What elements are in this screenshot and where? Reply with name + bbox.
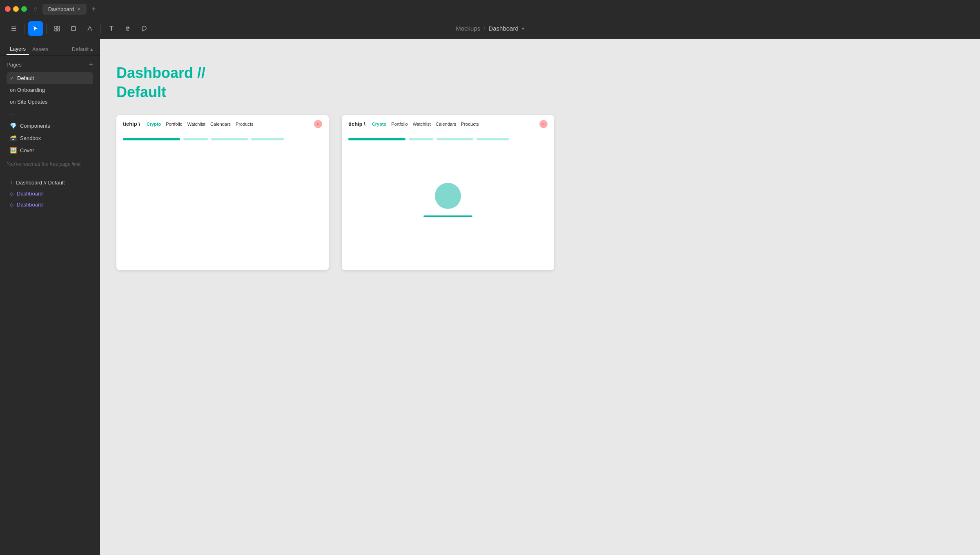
svg-rect-5 <box>55 29 57 31</box>
layer-item-frame2[interactable]: ◇ Dashboard <box>7 199 93 210</box>
separator <box>24 24 25 33</box>
nav-products-1: Products <box>236 122 253 127</box>
frame-nav-2: tichip \ Crypto Portfolio Watchlist Cale… <box>342 115 554 133</box>
layer-label: Dashboard <box>17 202 43 208</box>
window-controls <box>5 6 27 12</box>
page-item-components[interactable]: 💎 Components <box>7 120 93 132</box>
frame-layer-icon: ◇ <box>10 191 13 197</box>
page-label: Components <box>20 123 50 129</box>
frame-tool-button[interactable] <box>50 21 65 36</box>
app-menu-button[interactable] <box>7 21 21 36</box>
separator2 <box>46 24 47 33</box>
svg-rect-3 <box>55 26 57 28</box>
hand-tool-button[interactable] <box>120 21 135 36</box>
frame-card-2[interactable]: tichip \ Crypto Portfolio Watchlist Cale… <box>342 115 554 270</box>
active-tab[interactable]: Dashboard ✕ <box>42 4 87 15</box>
add-tab-button[interactable]: + <box>91 5 96 13</box>
add-page-button[interactable]: + <box>89 60 93 69</box>
svg-point-8 <box>142 26 146 30</box>
page-item-site-updates[interactable]: on Site Updates <box>7 96 93 108</box>
nav-products-2: Products <box>461 122 479 127</box>
frame-avatar-1: C <box>314 120 322 128</box>
nav-portfolio-1: Portfolio <box>166 122 182 127</box>
page-item-default[interactable]: ✓ Default <box>7 72 93 84</box>
select-tool-button[interactable] <box>28 21 43 36</box>
page-label: Sandbox <box>20 135 41 141</box>
text-layer-icon: T <box>10 180 13 186</box>
component-icon: 💎 <box>10 122 17 129</box>
page-item-sandbox[interactable]: 🗃️ Sandbox <box>7 132 93 144</box>
shape-tool-button[interactable] <box>66 21 81 36</box>
default-dropdown[interactable]: Default ▴ <box>72 46 93 52</box>
tool-group: T <box>7 21 151 36</box>
frame-card-1[interactable]: tichip \ Crypto Portfolio Watchlist Cale… <box>116 115 329 270</box>
cover-icon: 🖼️ <box>10 147 17 153</box>
bar-1 <box>123 138 180 140</box>
frame-logo-2: tichip \ <box>348 121 365 127</box>
bar-6 <box>409 138 433 140</box>
pages-label: Pages <box>7 62 22 68</box>
sandbox-icon: 🗃️ <box>10 135 17 141</box>
home-icon[interactable]: ⌂ <box>33 5 38 13</box>
maximize-dot[interactable] <box>21 6 27 12</box>
page-label: on Onboarding <box>10 87 45 93</box>
bar-7 <box>437 138 473 140</box>
frame-logo-1: tichip \ <box>123 121 140 127</box>
text-tool-button[interactable]: T <box>104 21 119 36</box>
nav-watchlist-2: Watchlist <box>413 122 431 127</box>
frame-line <box>423 215 472 217</box>
frame-nav-items-1: Crypto Portfolio Watchlist Calendars Pro… <box>147 122 254 127</box>
bar-4 <box>251 138 284 140</box>
main-layout: Layers Assets Default ▴ Pages + ✓ Defaul… <box>0 39 980 555</box>
frame-bars-1 <box>123 138 322 140</box>
frame-body-1 <box>116 150 329 264</box>
toolbar: T Mockups / Dashboard ▾ <box>0 18 980 39</box>
nav-crypto-1: Crypto <box>147 122 161 127</box>
nav-portfolio-2: Portfolio <box>391 122 408 127</box>
close-dot[interactable] <box>5 6 11 12</box>
frame-nav-items-2: Crypto Portfolio Watchlist Calendars Pro… <box>372 122 479 127</box>
sidebar: Layers Assets Default ▴ Pages + ✓ Defaul… <box>0 39 100 555</box>
page-label: Cover <box>20 147 34 153</box>
breadcrumb-separator: / <box>483 25 485 32</box>
page-label: Default <box>17 75 34 81</box>
page-item-cover[interactable]: 🖼️ Cover <box>7 144 93 156</box>
page-item-onboarding[interactable]: on Onboarding <box>7 84 93 96</box>
comment-tool-button[interactable] <box>137 21 151 36</box>
titlebar: ⌂ Dashboard ✕ + <box>0 0 980 18</box>
bar-5 <box>348 138 405 140</box>
frame-nav-1: tichip \ Crypto Portfolio Watchlist Cale… <box>116 115 329 133</box>
separator3 <box>100 24 101 33</box>
chevron-up-icon: ▴ <box>90 46 93 52</box>
page-label: on Site Updates <box>10 99 48 105</box>
check-icon: ✓ <box>10 75 14 81</box>
frame-avatar-2: C <box>539 120 548 128</box>
canvas[interactable]: Dashboard // Default tichip \ Crypto Por… <box>100 39 980 555</box>
pages-section: Pages + ✓ Default on Onboarding on Site … <box>0 56 100 158</box>
svg-rect-6 <box>58 29 60 31</box>
tab-assets[interactable]: Assets <box>29 44 51 55</box>
layer-item-title[interactable]: T Dashboard // Default <box>7 177 93 188</box>
bar-2 <box>183 138 208 140</box>
svg-rect-2 <box>11 30 16 31</box>
tab-label: Dashboard <box>48 6 74 12</box>
nav-calendars-2: Calendars <box>436 122 456 127</box>
minimize-dot[interactable] <box>13 6 19 12</box>
page-label: --- <box>10 111 15 117</box>
frame-bars-2 <box>348 138 548 140</box>
bar-3 <box>211 138 248 140</box>
pen-tool-button[interactable] <box>82 21 97 36</box>
layer-item-frame1[interactable]: ◇ Dashboard <box>7 188 93 199</box>
svg-rect-1 <box>11 28 16 29</box>
svg-rect-0 <box>11 27 16 27</box>
free-limit-message: You've reached the free page limit. <box>0 158 100 170</box>
tab-layers[interactable]: Layers <box>7 43 29 55</box>
frame-layer-icon2: ◇ <box>10 202 13 208</box>
frame-circle <box>435 183 461 209</box>
layer-label: Dashboard // Default <box>16 180 65 186</box>
nav-calendars-1: Calendars <box>210 122 231 127</box>
breadcrumb-dropdown-icon[interactable]: ▾ <box>522 26 524 31</box>
tab-close-icon[interactable]: ✕ <box>77 7 81 12</box>
nav-crypto-2: Crypto <box>372 122 386 127</box>
breadcrumb: Mockups / Dashboard ▾ <box>456 25 524 32</box>
